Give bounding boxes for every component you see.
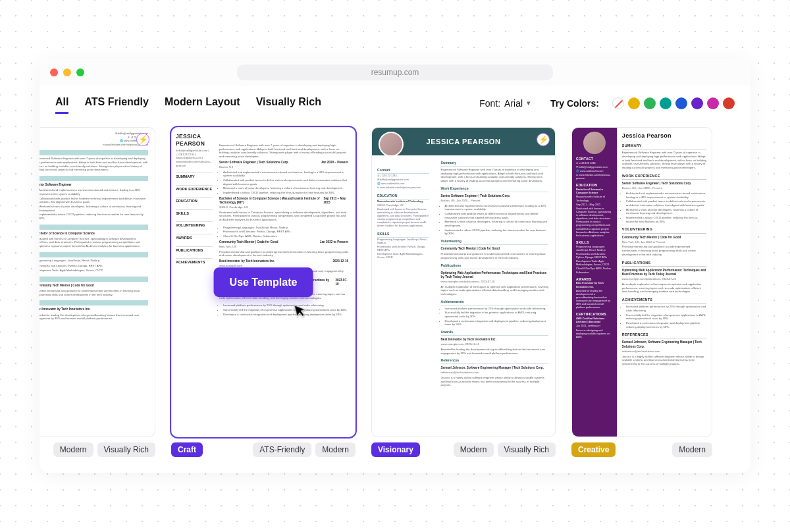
template-card[interactable]: ⚡ JESSICA PEARSON Contact ✆ +123 123 123… — [371, 127, 556, 457]
color-swatch-green[interactable] — [644, 97, 656, 109]
template-name-chip[interactable]: Visionary — [371, 442, 420, 457]
tag-chip[interactable]: Visually Rich — [498, 442, 556, 457]
font-selector[interactable]: Font: Arial ▾ — [479, 98, 531, 109]
color-swatch-red[interactable] — [723, 97, 735, 109]
minimize-window-icon[interactable] — [63, 68, 71, 76]
avatar — [379, 132, 404, 157]
color-swatch-none[interactable] — [612, 97, 624, 109]
lightning-icon: ⚡ — [136, 133, 149, 146]
font-value: Arial — [504, 98, 523, 109]
card-footer: Visionary Modern Visually Rich — [371, 442, 556, 457]
template-preview: ⚡ JESSICA PEARSON Contact ✆ +123 123 123… — [371, 127, 556, 437]
card-footer: Modern Visually Rich — [40, 442, 155, 457]
resume-name: Jessica Pearson — [622, 132, 706, 140]
card-footer: Creative Modern — [571, 442, 712, 457]
color-swatch-teal[interactable] — [660, 97, 672, 109]
template-gallery: ⚡ ✉ hello@reallygreatsite.com ✆ +123 123… — [40, 122, 750, 473]
color-swatch-blue[interactable] — [675, 97, 687, 109]
tab-ats-friendly[interactable]: ATS Friendly — [84, 92, 149, 114]
maximize-window-icon[interactable] — [76, 68, 84, 76]
close-window-icon[interactable] — [50, 68, 58, 76]
url-bar[interactable]: resumup.com — [237, 65, 553, 80]
tag-chip[interactable]: ATS-Friendly — [253, 442, 311, 457]
tab-all[interactable]: All — [55, 92, 68, 114]
tag-chip[interactable]: Modern — [315, 442, 356, 457]
color-swatch-magenta[interactable] — [707, 97, 719, 109]
use-template-button[interactable]: Use Template — [214, 267, 313, 298]
font-label: Font: — [479, 98, 500, 109]
try-colors-label: Try Colors: — [550, 98, 599, 109]
template-name-chip[interactable]: Creative — [571, 442, 616, 457]
template-card[interactable]: Contact ✆ +123 123 1234 ✉ hello@reallygr… — [571, 127, 712, 457]
window-controls — [50, 68, 84, 76]
template-name-chip[interactable]: Craft — [171, 442, 203, 457]
color-swatch-yellow[interactable] — [628, 97, 640, 109]
browser-window: resumup.com All ATS Friendly Modern Layo… — [40, 59, 750, 473]
titlebar: resumup.com — [40, 59, 750, 86]
tag-chip[interactable]: Modern — [672, 442, 712, 457]
url-text: resumup.com — [371, 68, 419, 77]
filter-tabs: All ATS Friendly Modern Layout Visually … — [55, 92, 321, 114]
template-preview: Contact ✆ +123 123 1234 ✉ hello@reallygr… — [571, 127, 712, 437]
template-preview: ⚡ ✉ hello@reallygreatsite.com ✆ +123 123… — [40, 127, 155, 437]
template-card[interactable]: ⚡ ✉ hello@reallygreatsite.com ✆ +123 123… — [40, 127, 155, 457]
tag-chip[interactable]: Modern — [454, 442, 494, 457]
lightning-icon: ⚡ — [537, 133, 550, 146]
avatar — [583, 132, 606, 154]
template-card-selected[interactable]: JESSICA PEARSON hello@reallygreatsite.co… — [171, 127, 356, 457]
tag-chip[interactable]: Modern — [53, 442, 93, 457]
color-swatches — [612, 97, 735, 109]
tag-chip[interactable]: Visually Rich — [97, 442, 155, 457]
color-swatch-purple[interactable] — [691, 97, 703, 109]
summary-text: Experienced Software Engineer with over … — [40, 157, 148, 172]
toolbar: All ATS Friendly Modern Layout Visually … — [40, 86, 750, 122]
tab-modern-layout[interactable]: Modern Layout — [165, 92, 240, 114]
template-preview: JESSICA PEARSON hello@reallygreatsite.co… — [171, 127, 356, 437]
tab-visually-rich[interactable]: Visually Rich — [256, 92, 321, 114]
card-footer: Craft ATS-Friendly Modern — [171, 442, 356, 457]
resume-name: JESSICA PEARSON — [176, 133, 213, 148]
chevron-down-icon: ▾ — [527, 99, 531, 107]
